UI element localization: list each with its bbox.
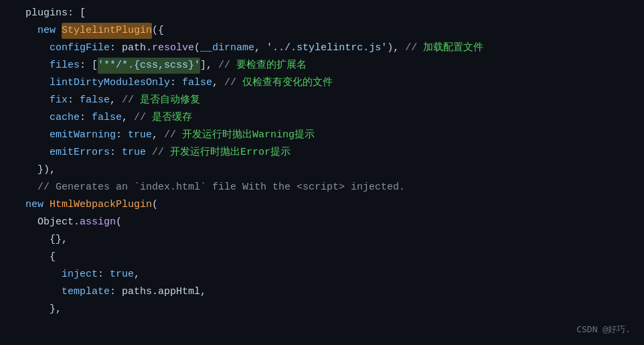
code-line-8: emitWarning : true , // 开发运行时抛出Warning提示 — [0, 127, 644, 145]
code-line-5: lintDirtyModulesOnly : false , // 仅检查有变化… — [0, 75, 644, 92]
code-line-2: new StylelintPlugin ({ — [0, 23, 644, 40]
code-line-6: fix : false , // 是否自动修复 — [0, 92, 644, 110]
code-line-4: files : [ '**/*.{css,scss}' ], // 要检查的扩展… — [0, 58, 644, 75]
code-line-7: cache : false , // 是否缓存 — [0, 110, 644, 127]
watermark: CSDN @好巧. — [576, 323, 631, 337]
code-line-15: { — [0, 249, 644, 267]
code-line-13: Object. assign ( — [0, 214, 644, 232]
code-line-1: plugins: [ — [0, 5, 644, 23]
code-line-9: emitErrors : true // 开发运行时抛出Error提示 — [0, 145, 644, 162]
code-line-11: // Generates an `index.html` file With t… — [0, 180, 644, 197]
code-line-10: }), — [0, 162, 644, 180]
code-line-14: {}, — [0, 232, 644, 249]
code-editor: plugins: [ new StylelintPlugin ({ config… — [0, 0, 644, 345]
code-line-12: new HtmlWebpackPlugin ( — [0, 197, 644, 214]
code-line-16: inject : true , — [0, 267, 644, 284]
code-line-3: configFile : path. resolve ( __dirname ,… — [0, 40, 644, 58]
code-line-17: template : paths.appHtml, — [0, 284, 644, 301]
code-line-18: }, — [0, 301, 644, 319]
